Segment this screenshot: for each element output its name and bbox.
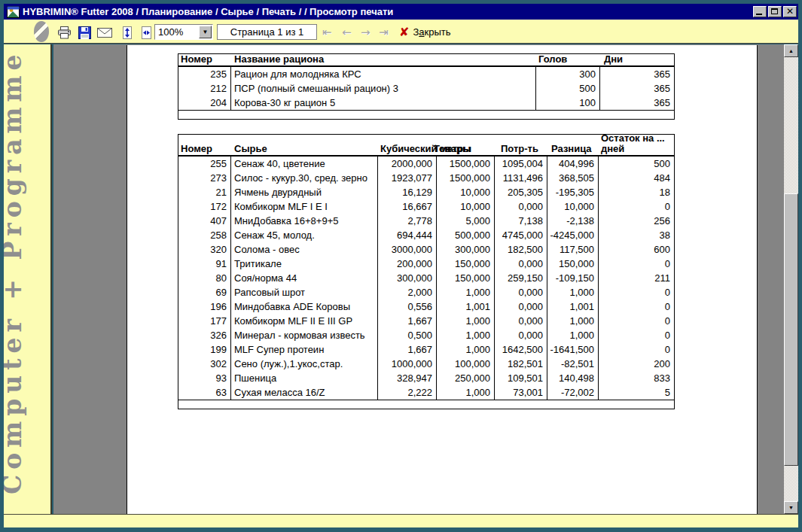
col-header-stock: Товары [434, 143, 471, 154]
close-preview-label: Закрыть [413, 26, 450, 38]
cell-stock: 1,000 [437, 314, 495, 328]
cell-rest-days: 211 [599, 271, 674, 285]
cell-diff: -2,138 [547, 214, 599, 228]
email-button[interactable] [96, 24, 114, 41]
cell-stock: 5,000 [437, 214, 495, 228]
cell-num: 326 [178, 328, 231, 342]
cell-num: 91 [178, 257, 231, 271]
cell-material: Сенаж 40, цветение [231, 157, 378, 171]
cell-need: 1131,496 [495, 171, 547, 185]
cell-diff: 368,505 [547, 171, 599, 185]
cell-name: Корова-30 кг рацион 5 [231, 96, 536, 110]
rations-table: Номер Название рациона Голов Дни 235 Рац… [178, 53, 675, 120]
cell-volume: 0,500 [378, 328, 437, 342]
cell-num: 177 [178, 314, 231, 328]
cell-material: Тритикале [231, 257, 378, 271]
col-header-num: Номер [181, 53, 212, 65]
cell-need: 4745,000 [495, 228, 547, 242]
cell-diff: -72,002 [547, 385, 599, 400]
next-page-button[interactable]: → [361, 26, 371, 39]
cell-material: Соя/норма 44 [231, 271, 378, 285]
cell-need: 1095,004 [495, 157, 547, 171]
vertical-scrollbar[interactable]: ▲ ▼ [784, 44, 798, 514]
cell-volume: 300,000 [378, 271, 437, 285]
cell-stock: 1,000 [437, 285, 495, 299]
cell-days: 365 [600, 81, 674, 96]
cell-rest-days: 38 [599, 228, 674, 242]
cell-stock: 300,000 [437, 242, 495, 257]
cell-diff: -1641,500 [547, 342, 599, 357]
cell-diff: 1,000 [547, 285, 599, 299]
cell-material: Сено (луж.),1.укос,стар. [231, 357, 378, 371]
zoom-select[interactable]: 100% ▼ [154, 24, 213, 40]
cell-rest-days: 600 [599, 242, 674, 257]
cell-need: 0,000 [495, 257, 547, 271]
cell-diff: -4245,000 [547, 228, 599, 242]
cell-diff: 10,000 [547, 199, 599, 214]
cell-material: Сенаж 45, молод. [231, 228, 378, 242]
table-row: 204 Корова-30 кг рацион 5 100 365 [178, 96, 674, 110]
cell-num: 63 [178, 385, 231, 400]
minimize-button[interactable] [753, 6, 767, 17]
cell-diff: 1,001 [547, 299, 599, 314]
fit-height-icon [122, 26, 133, 39]
cell-stock: 1,001 [437, 299, 495, 314]
col-header-heads: Голов [538, 53, 567, 65]
cell-material: МниДобавка 16+8+9+5 [231, 214, 378, 228]
cell-volume: 1000,000 [378, 357, 437, 371]
close-button[interactable]: ✕ [783, 6, 797, 17]
cell-rest-days: 18 [599, 185, 674, 199]
cell-stock: 500,000 [437, 228, 495, 242]
cell-heads: 300 [536, 67, 600, 81]
table-row: 93 Пшеница 328,947 250,000 109,501 140,4… [178, 371, 674, 385]
maximize-icon [771, 8, 778, 14]
scroll-up-button[interactable]: ▲ [784, 44, 798, 57]
cell-diff: 404,996 [547, 157, 599, 171]
maximize-button[interactable] [768, 6, 782, 17]
cell-need: 0,000 [495, 299, 547, 314]
cell-num: 69 [178, 285, 231, 299]
save-button[interactable] [75, 24, 93, 41]
cell-volume: 1,667 [378, 342, 437, 357]
cell-volume: 328,947 [378, 371, 437, 385]
table-row: 199 MLF Супер протеин 1,667 1,000 1642,5… [178, 342, 674, 357]
materials-table-header: Номер Сырье Кубический метры Товары Потр… [178, 135, 674, 157]
cell-rest-days: 833 [599, 371, 674, 385]
cell-num: 80 [178, 271, 231, 285]
table-row: 69 Рапсовый шрот 2,000 1,000 0,000 1,000… [178, 285, 674, 299]
toolbar: 100% ▼ Страница 1 из 1 ⇤ ← → ⇥ ✘ Закрыть [4, 20, 798, 44]
scrollbar-thumb[interactable] [784, 193, 798, 466]
cell-stock: 10,000 [437, 185, 495, 199]
cell-num: 199 [178, 342, 231, 357]
chevron-down-icon[interactable]: ▼ [199, 26, 212, 38]
scroll-down-button[interactable]: ▼ [784, 501, 798, 514]
fit-height-button[interactable] [118, 24, 136, 41]
cell-volume: 694,444 [378, 228, 437, 242]
prev-page-button[interactable]: ← [342, 26, 352, 39]
printer-icon [57, 26, 72, 39]
table-row: 212 ПСР (полный смешанный рацион) 3 500 … [178, 81, 674, 96]
brand-banner: Computer + Programme HYBRIMIN® [4, 44, 52, 514]
fit-width-button[interactable] [137, 24, 155, 41]
minimize-icon [756, 14, 762, 15]
page-indicator-field[interactable]: Страница 1 из 1 [217, 24, 317, 40]
window-title: HYBRIMIN® Futter 2008 / Планирование / С… [23, 6, 750, 17]
hybrimin-logo-icon [34, 21, 49, 42]
application-window: HYBRIMIN® Futter 2008 / Планирование / С… [0, 0, 802, 532]
cell-volume: 200,000 [378, 257, 437, 271]
cell-rest-days: 5 [599, 385, 674, 400]
app-icon [7, 6, 20, 18]
cell-diff: -109,150 [547, 271, 599, 285]
print-button[interactable] [55, 24, 73, 41]
cell-material: Солома - овес [231, 242, 378, 257]
cell-need: 7,138 [495, 214, 547, 228]
cell-need: 109,501 [495, 371, 547, 385]
cell-num: 235 [178, 67, 231, 81]
cell-material: MLF Супер протеин [231, 342, 378, 357]
cell-stock: 250,000 [437, 371, 495, 385]
last-page-button[interactable]: ⇥ [379, 26, 389, 39]
cell-stock: 100,000 [437, 357, 495, 371]
cell-need: 73,001 [495, 385, 547, 400]
first-page-button[interactable]: ⇤ [322, 26, 332, 39]
close-preview-button[interactable]: ✘ Закрыть [399, 23, 451, 40]
